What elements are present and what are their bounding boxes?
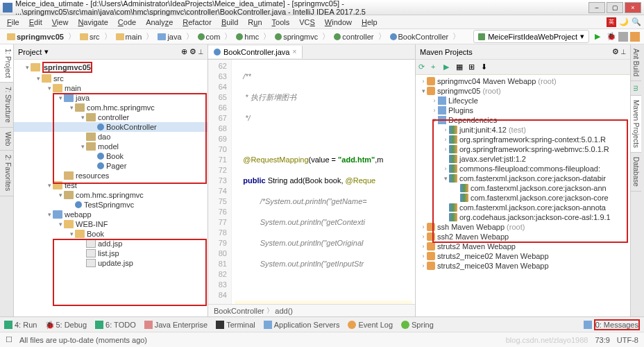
node-model[interactable]: model xyxy=(98,142,119,151)
refresh-icon[interactable]: ⟳ xyxy=(418,62,428,72)
menu-analyze[interactable]: Analyze xyxy=(142,17,177,28)
bb-je[interactable]: Java Enterprise xyxy=(144,321,207,329)
stop-icon[interactable] xyxy=(618,32,628,42)
node-resources[interactable]: resources xyxy=(76,171,109,180)
tab-favorites[interactable]: 2: Favorites xyxy=(0,151,13,196)
ime-icon[interactable]: 英 xyxy=(607,17,616,27)
close-tab-icon[interactable]: × xyxy=(292,48,296,56)
node-testspringmvc[interactable]: TestSpringmvc xyxy=(84,201,134,209)
toggle-icon[interactable]: ⊞ xyxy=(468,62,478,72)
close-button[interactable]: × xyxy=(625,2,641,13)
menu-edit[interactable]: Edit xyxy=(25,17,46,28)
node-listjsp[interactable]: list.jsp xyxy=(98,249,119,257)
execute-icon[interactable]: ▦ xyxy=(456,62,466,72)
menu-file[interactable]: FFileile xyxy=(3,17,24,28)
encoding[interactable]: UTF-8 xyxy=(617,336,638,344)
status-msg: All files are up-to-date (moments ago) xyxy=(19,336,147,344)
code-content[interactable]: /** * 执行新增图书 */ @RequestMapping(value = … xyxy=(232,60,415,304)
bc-main[interactable]: main xyxy=(113,32,145,42)
node-book[interactable]: Book xyxy=(106,152,124,160)
bb-todo[interactable]: 6: TODO xyxy=(95,321,136,329)
menubar: FFileile Edit View Navigate Code Analyze… xyxy=(0,15,644,29)
menu-vcs[interactable]: VCS xyxy=(295,17,319,28)
run-icon[interactable]: ▶ xyxy=(443,62,453,72)
tab-m[interactable]: m xyxy=(631,81,641,96)
node-controller[interactable]: controller xyxy=(98,113,129,121)
node-java[interactable]: java xyxy=(76,94,90,102)
tab-project[interactable]: 1: Project xyxy=(0,44,13,83)
tab-database[interactable]: Database xyxy=(631,153,641,192)
maximize-button[interactable]: ▢ xyxy=(607,2,623,13)
download-icon[interactable]: ⬇ xyxy=(481,62,491,72)
node-pkg[interactable]: com.hmc.springmvc xyxy=(87,103,155,112)
menu-view[interactable]: View xyxy=(48,17,73,28)
app-icon xyxy=(3,3,12,12)
node-bookfolder[interactable]: Book xyxy=(87,230,104,238)
bb-run[interactable]: 4: Run xyxy=(4,321,37,329)
bc-root[interactable]: springmvc05 xyxy=(4,32,67,42)
tab-ant[interactable]: Ant Build xyxy=(631,44,641,81)
menu-build[interactable]: Build xyxy=(217,17,242,28)
maven-panel: Maven Projects ⚙⟂ ⟳ + ▶ ▦ ⊞ ⬇ ›springmvc… xyxy=(415,44,630,316)
bb-apps[interactable]: Application Servers xyxy=(264,321,340,329)
bc-controller[interactable]: controller xyxy=(331,32,376,42)
bb-terminal[interactable]: Terminal xyxy=(216,321,255,329)
minimize-button[interactable]: – xyxy=(588,2,605,13)
menu-navigate[interactable]: Navigate xyxy=(74,17,112,28)
node-pager[interactable]: Pager xyxy=(106,162,126,170)
bb-debug[interactable]: 🐞5: Debug xyxy=(45,321,87,329)
tab-maven[interactable]: Maven Projects xyxy=(631,96,641,153)
bc-java[interactable]: java xyxy=(155,32,184,42)
node-updatejsp[interactable]: update.jsp xyxy=(98,259,133,267)
menu-run[interactable]: Run xyxy=(244,17,266,28)
node-test[interactable]: test xyxy=(65,181,77,189)
menu-refactor[interactable]: Refactor xyxy=(178,17,216,28)
right-tool-tabs: Ant Build m Maven Projects Database xyxy=(630,44,644,316)
hide-icon[interactable]: ⟂ xyxy=(621,47,626,56)
node-webinf[interactable]: WEB-INF xyxy=(76,220,108,228)
node-webapp[interactable]: webapp xyxy=(65,210,92,219)
node-springmvc05[interactable]: springmvc05 xyxy=(42,62,92,73)
node-main[interactable]: main xyxy=(65,84,81,92)
tab-structure[interactable]: 7: Structure xyxy=(0,83,13,128)
bb-messages[interactable]: 0: Messages xyxy=(584,319,640,330)
menu-window[interactable]: Window xyxy=(321,17,356,28)
project-panel: Project▾ ⊕ ⚙ ⟂ ▾springmvc05 ▾src ▾main ▾… xyxy=(14,44,208,316)
gear-icon[interactable]: ⚙ xyxy=(189,47,196,56)
node-dao[interactable]: dao xyxy=(98,133,110,141)
moon-icon[interactable]: 🌙 xyxy=(619,17,629,27)
status-icon[interactable]: ☐ xyxy=(6,335,12,344)
project-tree[interactable]: ▾springmvc05 ▾src ▾main ▾java ▾com.hmc.s… xyxy=(14,60,207,316)
cursor-pos: 73:9 xyxy=(595,336,609,344)
search-icon[interactable] xyxy=(630,32,640,42)
bb-eventlog[interactable]: Event Log xyxy=(348,321,393,329)
node-pkg2[interactable]: com.hmc.springmvc xyxy=(76,191,144,199)
maven-tree[interactable]: ›springmvc04 Maven Webapp (root) ▾spring… xyxy=(416,75,630,316)
editor-tab[interactable]: BookController.java× xyxy=(208,46,303,58)
debug-icon[interactable]: 🐞 xyxy=(607,32,616,42)
node-bookcontroller[interactable]: BookController xyxy=(106,123,157,131)
add-icon[interactable]: + xyxy=(431,62,441,72)
maven-title: Maven Projects xyxy=(420,48,473,56)
search-icon[interactable]: 🔍 xyxy=(632,17,641,27)
collapse-icon[interactable]: ⊕ xyxy=(181,47,187,56)
bc-class[interactable]: BookController xyxy=(387,32,452,42)
node-addjsp[interactable]: add.jsp xyxy=(98,239,122,248)
titlebar: Meice_idea_utimate - [d:\Users\Administr… xyxy=(0,0,644,15)
watermark: blog.csdn.net/zlayo1988 xyxy=(506,336,588,344)
gear-icon[interactable]: ⚙ xyxy=(612,47,619,56)
bc-springmvc[interactable]: springmvc xyxy=(272,32,321,42)
menu-tools[interactable]: Tools xyxy=(268,17,294,28)
bc-src[interactable]: src xyxy=(77,32,103,42)
hide-icon[interactable]: ⟂ xyxy=(198,47,203,56)
menu-code[interactable]: Code xyxy=(114,17,140,28)
menu-help[interactable]: Help xyxy=(357,17,382,28)
bb-spring[interactable]: Spring xyxy=(401,321,434,329)
bc-com[interactable]: com xyxy=(195,32,223,42)
tab-web[interactable]: Web xyxy=(0,128,13,151)
bc-hmc[interactable]: hmc xyxy=(233,32,262,42)
run-icon[interactable]: ▶ xyxy=(595,32,604,42)
run-config-selector[interactable]: MeiceFirstIdeaWebProject▾ xyxy=(473,30,589,43)
node-src[interactable]: src xyxy=(53,74,64,83)
status-bar: ☐ All files are up-to-date (moments ago)… xyxy=(0,332,644,347)
